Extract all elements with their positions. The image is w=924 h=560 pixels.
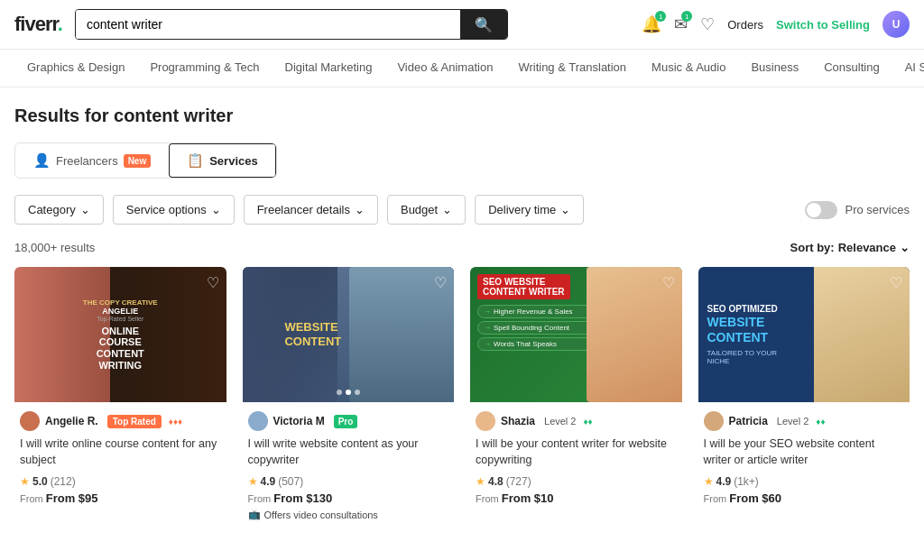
services-icon: 📋 <box>187 152 204 169</box>
header-icons: 🔔 1 ✉ 1 ♡ Orders Switch to Selling U <box>642 11 910 38</box>
dot-3 <box>355 390 360 395</box>
video-icon: 📺 <box>248 509 261 520</box>
card-1-title: I will write online course content for a… <box>20 436 221 468</box>
card-3[interactable]: SEO WEBSITECONTENT WRITER → Higher Reven… <box>470 267 682 526</box>
results-count: 18,000+ results <box>14 241 95 254</box>
card-2-avatar <box>248 411 268 431</box>
pro-services-label: Pro services <box>845 203 910 216</box>
results-title-query: content writer <box>114 106 233 125</box>
card-4-author-name: Patricia <box>729 415 768 427</box>
tab-freelancers-label: Freelancers <box>56 154 118 168</box>
service-options-filter[interactable]: Service options ⌄ <box>113 195 235 225</box>
card-1-rating: ★ 5.0 (212) <box>20 475 221 488</box>
switch-selling-button[interactable]: Switch to Selling <box>776 18 870 32</box>
card-3-rating: ★ 4.8 (727) <box>476 475 677 488</box>
nav-item-programming-tech[interactable]: Programming & Tech <box>137 50 272 87</box>
card-2-rating-count: (507) <box>278 475 303 488</box>
logo[interactable]: fiverr. <box>14 13 62 36</box>
card-1-name: ANGELIE <box>83 307 158 316</box>
wishlist-icon[interactable]: ♡ <box>700 14 715 34</box>
nav-item-video-animation[interactable]: Video & Animation <box>384 50 505 87</box>
results-info-row: 18,000+ results Sort by: Relevance ⌄ <box>14 241 910 254</box>
tab-services[interactable]: 📋 Services <box>169 143 276 178</box>
delivery-time-label: Delivery time <box>488 203 556 216</box>
card-4[interactable]: SEO OPTIMIZEDWEBSITECONTENT TAILORED TO … <box>698 267 910 526</box>
notification-icon[interactable]: 🔔 1 <box>642 14 661 34</box>
card-2-video-label: 📺 Offers video consultations <box>248 509 449 520</box>
card-1-author: Angelie R. Top Rated ♦♦♦ <box>20 411 221 431</box>
nav-item-graphics-design[interactable]: Graphics & Design <box>14 50 137 87</box>
notification-badge: 1 <box>655 11 666 22</box>
category-filter[interactable]: Category ⌄ <box>14 195 104 225</box>
logo-text: fiverr <box>14 13 58 35</box>
main-content: Results for content writer 👤 Freelancers… <box>0 87 924 544</box>
message-icon[interactable]: ✉ 1 <box>674 14 688 34</box>
card-3-title: I will be your content writer for websit… <box>476 436 677 468</box>
card-2-video-text: Offers video consultations <box>264 510 378 520</box>
nav-item-music-audio[interactable]: Music & Audio <box>639 50 738 87</box>
search-button[interactable]: 🔍 <box>460 10 507 39</box>
search-input[interactable] <box>76 10 460 39</box>
service-options-label: Service options <box>126 203 207 216</box>
card-1-price: From From $95 <box>20 491 221 505</box>
card-4-rating-val: 4.9 <box>716 475 732 488</box>
star-icon: ★ <box>704 475 714 488</box>
card-4-heart[interactable]: ♡ <box>890 274 902 291</box>
card-1-rating-count: (212) <box>51 475 76 488</box>
budget-label: Budget <box>401 203 438 216</box>
cards-grid: THE COPY CREATIVE ANGELIE Top-Rated Sell… <box>14 267 910 526</box>
card-1-rating-val: 5.0 <box>32 475 48 488</box>
card-3-title-badge: SEO WEBSITECONTENT WRITER <box>477 274 570 299</box>
orders-link[interactable]: Orders <box>727 18 763 32</box>
sort-by-area: Sort by: Relevance ⌄ <box>790 241 910 254</box>
card-1-body: Angelie R. Top Rated ♦♦♦ I will write on… <box>14 402 226 510</box>
card-3-avatar <box>476 411 495 431</box>
card-2-price: From From $130 <box>248 491 449 505</box>
budget-filter[interactable]: Budget ⌄ <box>387 195 466 225</box>
freelancer-details-label: Freelancer details <box>257 203 350 216</box>
card-2-overlay: WEBSITECONTENT <box>284 320 341 348</box>
card-4-price: From From $60 <box>704 491 905 505</box>
sort-by-chevron[interactable]: ⌄ <box>900 241 910 254</box>
nav-item-business[interactable]: Business <box>738 50 811 87</box>
pro-services-toggle[interactable] <box>805 201 837 219</box>
card-1-badge-dots: ♦♦♦ <box>169 417 182 427</box>
filters-row: Category ⌄ Service options ⌄ Freelancer … <box>14 195 910 225</box>
card-1-brand: THE COPY CREATIVE <box>83 298 158 307</box>
logo-dot: . <box>58 13 62 35</box>
dot-1 <box>337 390 342 395</box>
star-icon: ★ <box>476 475 485 488</box>
card-3-price: From From $10 <box>476 491 677 505</box>
avatar[interactable]: U <box>882 11 910 38</box>
card-1-badge: Top Rated <box>107 415 162 428</box>
budget-chevron: ⌄ <box>442 203 452 216</box>
card-2[interactable]: WEBSITECONTENT ♡ Victoria M Pro I will w… <box>243 267 455 526</box>
star-icon: ★ <box>248 475 258 488</box>
card-2-body: Victoria M Pro I will write website cont… <box>243 402 455 526</box>
card-2-heart[interactable]: ♡ <box>434 274 447 291</box>
card-3-rating-val: 4.8 <box>488 475 504 488</box>
card-1-image: THE COPY CREATIVE ANGELIE Top-Rated Sell… <box>14 267 226 402</box>
card-3-heart[interactable]: ♡ <box>662 274 675 291</box>
card-1[interactable]: THE COPY CREATIVE ANGELIE Top-Rated Sell… <box>14 267 226 526</box>
freelancer-details-filter[interactable]: Freelancer details ⌄ <box>244 195 378 225</box>
card-1-price-val: From $95 <box>46 491 98 505</box>
card-1-heart[interactable]: ♡ <box>207 274 219 291</box>
avatar-initials: U <box>892 18 901 31</box>
tab-services-label: Services <box>209 154 258 168</box>
nav-item-consulting[interactable]: Consulting <box>811 50 892 87</box>
nav-item-writing-translation[interactable]: Writing & Translation <box>505 50 639 87</box>
sort-by-value[interactable]: Relevance <box>838 241 896 254</box>
card-1-avatar <box>20 411 40 431</box>
card-3-badge: Level 2 <box>544 416 576 427</box>
card-2-rating: ★ 4.9 (507) <box>248 475 449 488</box>
delivery-time-filter[interactable]: Delivery time ⌄ <box>475 195 584 225</box>
delivery-time-chevron: ⌄ <box>560 203 570 216</box>
nav-item-ai-services[interactable]: AI Services <box>892 50 924 87</box>
tab-freelancers[interactable]: 👤 Freelancers New <box>15 143 169 178</box>
nav-item-digital-marketing[interactable]: Digital Marketing <box>273 50 385 87</box>
category-filter-chevron: ⌄ <box>80 203 90 216</box>
service-options-chevron: ⌄ <box>211 203 221 216</box>
results-title: Results for content writer <box>14 106 910 126</box>
card-2-image: WEBSITECONTENT ♡ <box>243 267 455 402</box>
